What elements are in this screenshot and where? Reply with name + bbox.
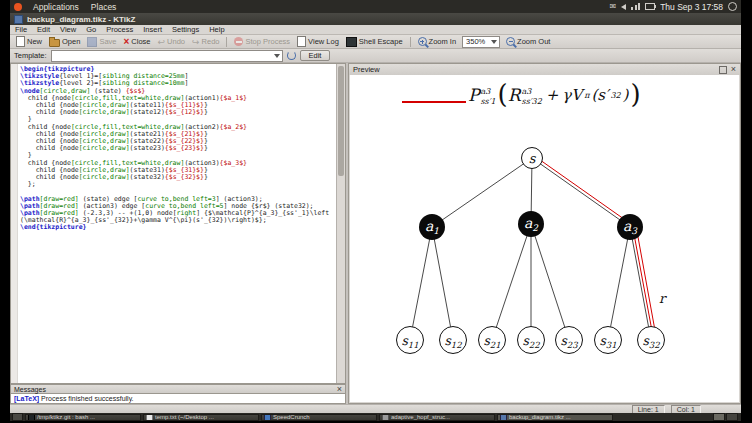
battery-icon[interactable] — [645, 3, 655, 10]
preview-canvas: P a3 ss′1 ( R a3 ss′32 + γVπ (s′32) ) — [350, 75, 739, 402]
ktikz-icon — [500, 414, 507, 421]
shell-escape-button[interactable]: Shell Escape — [343, 36, 406, 48]
preview-dock-controls: × — [719, 65, 736, 74]
taskbar: /tmp/ktikz.git : bash ... temp.txt (~/De… — [10, 413, 741, 421]
menubar: FileEditViewGoProcessInsertSettingsHelp — [10, 25, 741, 35]
zoom-out-label: Zoom Out — [517, 37, 550, 46]
save-button[interactable]: Save — [84, 36, 119, 48]
zoom-in-icon — [418, 37, 427, 46]
reload-template-icon[interactable] — [287, 51, 296, 60]
file-icon — [382, 414, 389, 421]
messages-header: Messages × — [10, 384, 346, 394]
close-button[interactable]: × Close — [120, 36, 153, 48]
view-log-button[interactable]: View Log — [294, 35, 342, 48]
open-button-label: Open — [62, 37, 80, 46]
workspace-1[interactable] — [713, 413, 725, 421]
messages-body: [LaTeX] Process finished successfully. — [10, 394, 346, 404]
network-icon[interactable] — [631, 3, 640, 10]
shell-escape-label: Shell Escape — [359, 37, 403, 46]
clock[interactable]: Thu Sep 3 17:58 — [660, 2, 723, 12]
statusbar: Line: 1 Col: 1 — [10, 404, 741, 413]
save-button-label: Save — [99, 37, 116, 46]
menu-item[interactable]: File — [10, 25, 32, 34]
red-backup-path — [533, 155, 656, 339]
backup-diagram: s a1 a2 a3 s11 s12 s21 s22 s23 s31 s32 r — [350, 75, 739, 402]
editor-scrollbar-thumb[interactable] — [338, 66, 344, 176]
volume-icon[interactable] — [621, 4, 626, 10]
undo-icon: ↩ — [158, 37, 166, 47]
window-titlebar[interactable]: backup_diagram.tikz - KTikZ — [10, 13, 741, 25]
session-icon[interactable] — [728, 2, 737, 11]
message-tag: [LaTeX] — [14, 395, 39, 402]
show-desktop-icon[interactable] — [12, 413, 23, 421]
menu-item[interactable]: View — [55, 25, 81, 34]
zoom-level-value: 350% — [463, 37, 489, 46]
close-button-label: Close — [131, 37, 150, 46]
undo-button[interactable]: ↩ Undo — [155, 36, 188, 48]
terminal-icon — [28, 414, 35, 421]
zoom-in-button[interactable]: Zoom In — [415, 36, 460, 47]
message-text: Process finished successfully. — [39, 395, 133, 402]
redo-button[interactable]: ↪ Redo — [189, 36, 222, 48]
taskbar-item-label: adaptive_hopf_struc... — [391, 414, 450, 420]
redo-icon: ↪ — [192, 37, 200, 47]
messages-title: Messages — [14, 386, 46, 393]
taskbar-item-texteditor[interactable]: temp.txt (~/Desktop ... — [143, 414, 259, 421]
taskbar-item-speedcrunch[interactable]: SpeedCrunch — [261, 414, 377, 421]
menu-item[interactable]: Go — [81, 25, 101, 34]
view-log-label: View Log — [308, 37, 339, 46]
zoom-level-combo[interactable]: 350% — [462, 36, 500, 48]
workspace-switcher — [713, 413, 738, 421]
undo-button-label: Undo — [167, 37, 185, 46]
template-combo[interactable] — [51, 50, 283, 62]
template-dropdown-icon[interactable] — [274, 54, 280, 58]
window-title: backup_diagram.tikz - KTikZ — [27, 15, 135, 24]
reward-label: r — [659, 291, 667, 306]
indicator-area: ✉ Thu Sep 3 17:58 — [609, 0, 741, 13]
places-menu[interactable]: Places — [85, 2, 123, 12]
taskbar-item-terminal[interactable]: /tmp/ktikz.git : bash ... — [25, 414, 141, 421]
zoom-combo-dropdown-icon[interactable] — [491, 40, 497, 44]
float-dock-icon[interactable] — [719, 66, 727, 74]
messages-close-icon[interactable]: × — [337, 385, 342, 394]
view-log-icon — [297, 36, 306, 47]
stop-process-icon — [234, 37, 243, 46]
stop-process-button[interactable]: Stop Process — [231, 36, 293, 47]
desktop-panel: Applications Places ✉ Thu Sep 3 17:58 — [10, 0, 741, 13]
text-editor-icon — [146, 414, 153, 421]
new-file-icon — [16, 36, 25, 47]
open-button[interactable]: Open — [46, 36, 83, 48]
close-dock-icon[interactable]: × — [731, 65, 736, 74]
menu-item[interactable]: Insert — [138, 25, 167, 34]
taskbar-item-label: /tmp/ktikz.git : bash ... — [37, 414, 95, 420]
preview-title: Preview — [353, 65, 380, 74]
zoom-out-icon — [506, 37, 515, 46]
toolbar: New Open Save × Close ↩ Undo ↪ Redo Stop… — [10, 35, 741, 49]
menu-item[interactable]: Help — [204, 25, 229, 34]
menu-item[interactable]: Settings — [167, 25, 204, 34]
editor-scrollbar[interactable] — [336, 64, 345, 383]
new-button-label: New — [27, 37, 42, 46]
message-icon[interactable]: ✉ — [609, 0, 616, 13]
template-edit-button[interactable]: Edit — [300, 50, 331, 61]
distro-logo-icon[interactable] — [14, 3, 22, 11]
workspace-2[interactable] — [726, 413, 738, 421]
taskbar-item-file[interactable]: adaptive_hopf_struc... — [379, 414, 495, 421]
menu-item[interactable]: Process — [101, 25, 138, 34]
taskbar-item-label: backup_diagram.tikz ... — [509, 414, 571, 420]
menu-item[interactable]: Edit — [32, 25, 55, 34]
editor-gutter — [11, 64, 18, 383]
zoom-out-button[interactable]: Zoom Out — [503, 36, 553, 47]
code-editor-pane: \begin{tikzpicture}\tikzstyle{level 1}=[… — [10, 63, 346, 384]
desktop: Applications Places ✉ Thu Sep 3 17:58 ba… — [10, 0, 741, 421]
new-button[interactable]: New — [13, 35, 45, 48]
taskbar-item-label: temp.txt (~/Desktop ... — [155, 414, 214, 420]
taskbar-item-ktikz[interactable]: backup_diagram.tikz ... — [497, 414, 613, 421]
applications-menu[interactable]: Applications — [27, 2, 85, 12]
code-editor[interactable]: \begin{tikzpicture}\tikzstyle{level 1}=[… — [20, 66, 336, 383]
template-label: Template: — [14, 51, 47, 60]
open-folder-icon — [49, 39, 60, 47]
preview-header: Preview × — [349, 64, 740, 75]
redo-button-label: Redo — [202, 37, 220, 46]
tree-edges — [410, 158, 651, 340]
